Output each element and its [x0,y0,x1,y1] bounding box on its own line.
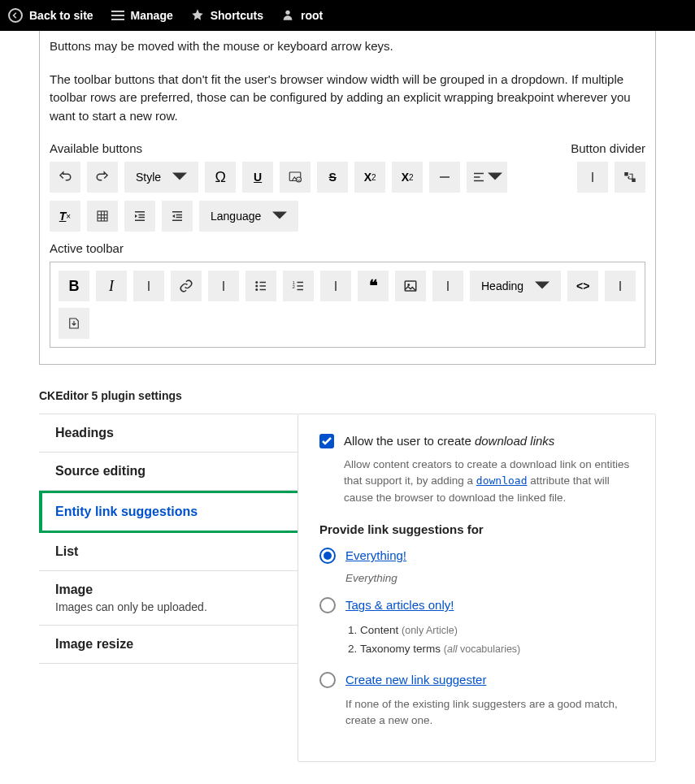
image-button[interactable] [395,271,426,301]
separator-3[interactable] [320,271,351,301]
download-attr-link[interactable]: download [476,474,528,487]
available-buttons-row1: Style Ω U S X2 X2 [50,162,645,193]
plugin-tabs: Headings Source editing Entity link sugg… [39,414,298,664]
desc-dropdown: The toolbar buttons that don't fit the u… [50,71,645,126]
strikethrough-button[interactable]: S [317,162,348,193]
manage-link[interactable]: Manage [111,9,173,22]
chevron-down-icon [272,209,287,223]
radio-everything-label[interactable]: Everything! [345,548,406,562]
separator-2[interactable] [208,271,239,301]
download-links-help: Allow content creators to create a downl… [344,457,634,506]
style-label: Style [136,171,161,184]
user-link[interactable]: root [281,8,323,24]
radio-tags-label[interactable]: Tags & articles only! [345,598,454,612]
tags-list-item-taxonomy: Taxonomy terms (all vocabularies) [360,640,634,659]
separator-1[interactable] [133,271,164,301]
active-toolbar-label: Active toolbar [50,241,645,255]
language-dropdown[interactable]: Language [199,201,298,232]
star-icon [191,8,204,24]
tab-resize-title: Image resize [55,637,281,652]
svg-point-38 [407,284,410,286]
svg-point-25 [255,281,258,284]
language-label: Language [211,210,261,223]
plugin-panel: Allow the user to create download links … [298,414,656,762]
redo-button[interactable] [87,162,118,193]
tab-list[interactable]: List [39,533,298,571]
admin-toolbar: Back to site Manage Shortcuts root [0,0,695,31]
download-links-checkbox[interactable] [319,434,334,448]
undo-button[interactable] [50,162,80,193]
link-button[interactable] [171,271,202,301]
radio-create-label[interactable]: Create new link suggester [345,673,486,687]
number-list-button[interactable]: 12 [283,271,314,301]
bullet-list-button[interactable] [245,271,276,301]
heading-label: Heading [481,279,523,292]
plugin-section-title: CKEditor 5 plugin settings [39,389,656,402]
tab-headings[interactable]: Headings [39,414,298,453]
alignment-dropdown[interactable] [467,162,507,193]
user-icon [281,8,294,24]
shortcuts-label: Shortcuts [211,9,263,22]
tab-list-title: List [55,544,281,559]
tab-entity-link[interactable]: Entity link suggestions [39,491,298,533]
radio-tags[interactable] [319,597,336,613]
outdent-button[interactable] [162,201,193,232]
divider-wrap-button[interactable] [615,162,645,193]
manage-label: Manage [131,9,173,22]
available-buttons-row2: T× Language [50,201,645,232]
svg-point-26 [255,285,258,288]
radio-everything[interactable] [319,548,336,564]
bold-button[interactable]: B [59,271,89,301]
italic-button[interactable]: I [96,271,127,301]
radio-everything-help: Everything [345,572,634,584]
chevron-down-icon [172,170,187,184]
svg-point-27 [255,288,258,291]
tab-image[interactable]: Image Images can only be uploaded. [39,571,298,626]
superscript-button[interactable]: X2 [392,162,423,193]
blockquote-button[interactable]: ❝ [358,271,389,301]
table-button[interactable] [87,201,118,232]
chevron-left-icon [8,8,23,23]
tab-image-title: Image [55,583,281,597]
radio-create[interactable] [319,672,336,688]
radio-create-help: If none of the existing link suggesters … [345,696,634,730]
style-dropdown[interactable]: Style [124,162,198,193]
underline-button[interactable]: U [242,162,273,193]
available-buttons-label: Available buttons [50,141,142,155]
tags-list: Content (only Article) Taxonomy terms (a… [360,622,634,659]
separator-5[interactable] [605,271,636,301]
tab-image-desc: Images can only be uploaded. [55,600,281,613]
svg-rect-8 [624,172,628,176]
suggestions-title: Provide link suggestions for [319,522,634,536]
svg-rect-10 [98,211,107,221]
main-content: Buttons may be moved with the mouse or k… [0,31,695,784]
horizontal-line-button[interactable] [429,162,460,193]
hamburger-icon [111,11,124,20]
back-to-site-link[interactable]: Back to site [8,8,93,23]
chevron-down-icon [535,279,549,293]
heading-dropdown[interactable]: Heading [470,271,561,301]
download-links-label: Allow the user to create download links [344,434,554,448]
media-embed-button[interactable] [280,162,311,193]
divider-separator-button[interactable] [577,162,608,193]
back-label: Back to site [29,9,93,22]
svg-text:2: 2 [293,284,296,289]
show-blocks-button[interactable] [59,308,89,339]
shortcuts-link[interactable]: Shortcuts [191,8,263,24]
tab-source-editing[interactable]: Source editing [39,453,298,491]
indent-button[interactable] [124,201,155,232]
tab-image-resize[interactable]: Image resize [39,626,298,664]
special-char-button[interactable]: Ω [205,162,236,193]
tab-headings-title: Headings [55,426,281,440]
source-button[interactable]: <> [567,271,598,301]
separator-4[interactable] [432,271,463,301]
tab-source-title: Source editing [55,464,281,479]
active-toolbar: B I 12 ❝ Heading <> [50,262,645,348]
subscript-button[interactable]: X2 [354,162,385,193]
plugin-layout: Headings Source editing Entity link sugg… [39,414,656,762]
tab-entity-title: Entity link suggestions [55,505,281,519]
toolbar-config-box: Buttons may be moved with the mouse or k… [39,31,656,365]
remove-format-button[interactable]: T× [50,201,80,232]
tags-list-item-content: Content (only Article) [360,622,634,640]
button-divider-label: Button divider [571,141,645,155]
